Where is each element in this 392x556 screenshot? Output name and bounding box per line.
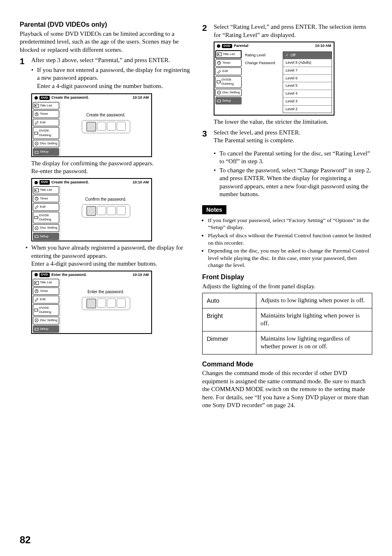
- svg-point-12: [36, 228, 37, 229]
- command-mode-heading: Command Mode: [202, 360, 372, 369]
- notes-badge: Notes: [202, 205, 226, 214]
- change-password-label: Change Password: [244, 59, 281, 67]
- svg-rect-20: [35, 328, 38, 330]
- menu-setup: Setup: [33, 148, 59, 155]
- note-3: Depending on the disc, you may be asked …: [208, 247, 372, 269]
- menu-setup: Setup: [33, 325, 59, 333]
- svg-rect-27: [217, 100, 221, 102]
- note-2: Playback of discs without the Parental C…: [208, 232, 372, 246]
- step-1-bullet-cont: Enter a 4-digit password using the numbe…: [37, 82, 190, 90]
- menu-disc-setting: Disc Setting: [33, 224, 59, 232]
- bullet2-cont: Enter a 4-digit password using the numbe…: [31, 260, 190, 268]
- level-8: Level 8 (Adults): [283, 59, 332, 67]
- bullet-dot: •: [31, 66, 37, 90]
- dvd-badge: DVD: [39, 96, 50, 100]
- timer-icon: [34, 112, 39, 116]
- dimmer-key: Dimmer: [203, 331, 256, 354]
- step-2-number: 2: [202, 23, 214, 39]
- step-3-number: 3: [202, 129, 214, 199]
- menu-edit: Edit: [215, 67, 242, 75]
- rating-level-label: Rating Level: [244, 51, 281, 60]
- bullet2: When you have already registered a passw…: [31, 244, 190, 260]
- level-5: Level 5: [283, 82, 332, 90]
- setup-icon: [34, 150, 39, 154]
- edit-icon: [34, 120, 39, 125]
- screenshot-enter-password: DVD Enter the password. 10:10 AM Title L…: [31, 271, 152, 334]
- level-4: Level 4: [283, 90, 332, 98]
- menu-timer: Timer: [33, 287, 59, 295]
- menu-edit: Edit: [33, 119, 59, 126]
- bullet-dot: •: [214, 167, 219, 199]
- auto-key: Auto: [203, 293, 256, 308]
- front-display-intro: Adjusts the lighting of the front panel …: [202, 283, 372, 291]
- svg-point-8: [35, 190, 37, 191]
- svg-rect-10: [35, 216, 38, 219]
- bullet-dot: •: [25, 244, 31, 268]
- menu-timer: Timer: [215, 59, 242, 67]
- svg-rect-24: [217, 81, 220, 83]
- menu-title-list: Title List: [33, 102, 59, 109]
- screenshot-create-password: DVD Create the password. 10:10 AM Title …: [31, 93, 152, 157]
- record-icon: [217, 44, 220, 48]
- shot-time: 10:10 AM: [133, 273, 149, 278]
- disc-icon: [34, 141, 39, 146]
- bullet-dot: •: [214, 150, 219, 166]
- bright-val: Maintains bright lighting when power is …: [256, 308, 372, 331]
- level-3: Level 3: [283, 98, 332, 106]
- password-boxes: [82, 297, 130, 310]
- level-7: Level 7: [283, 67, 332, 75]
- screenshot-parental-levels: DVD Parental 10:10 AM Title List Timer E…: [214, 42, 334, 116]
- svg-point-15: [35, 282, 37, 283]
- shot1-title: Create the password.: [51, 95, 89, 100]
- svg-rect-13: [35, 236, 38, 238]
- record-icon: [35, 273, 38, 276]
- page-number: 82: [20, 533, 31, 546]
- screenshot-confirm-password: DVD Create the password. 10:10 AM Title …: [31, 178, 152, 241]
- step-3-line1: Select the level, and press ENTER.: [214, 129, 372, 137]
- front-display-heading: Front Display: [202, 273, 372, 282]
- shot2-prompt: Confirm the password.: [63, 197, 149, 202]
- title-list-icon: [34, 104, 39, 108]
- dvd-badge: DVD: [39, 180, 50, 184]
- step-3-line2: The Parental setting is complete.: [214, 137, 372, 145]
- menu-disc-setting: Disc Setting: [215, 89, 242, 96]
- menu-timer: Timer: [33, 110, 59, 118]
- check-icon: ✓: [286, 53, 289, 57]
- dvd-badge: DVD: [39, 273, 50, 277]
- shot3-title: Enter the password.: [51, 273, 87, 278]
- step-2-text: Select “Rating Level,” and press ENTER. …: [214, 23, 372, 39]
- password-boxes: [82, 120, 130, 133]
- auto-val: Adjusts to low lighting when power is of…: [256, 293, 372, 308]
- record-icon: [35, 181, 38, 184]
- parental-intro: Playback of some DVD VIDEOs can be limit…: [20, 30, 190, 54]
- menu-title-list: Title List: [215, 50, 242, 58]
- note-1: If you forget your password, select “Fac…: [208, 217, 372, 231]
- step-1-text: After step 3 above, select “Parental,” a…: [31, 56, 190, 65]
- svg-rect-6: [35, 151, 38, 153]
- bright-key: Bright: [203, 308, 256, 331]
- menu-title-list: Title List: [33, 186, 59, 194]
- menu-setup: Setup: [33, 233, 59, 240]
- menu-title-list: Title List: [33, 279, 59, 286]
- dimmer-val: Maintains low lighting regardless of whe…: [256, 331, 372, 354]
- menu-disc-setting: Disc Setting: [33, 140, 59, 147]
- shot-time: 10:10 AM: [133, 180, 149, 185]
- menu-dv-dubbing: DV/D8 Dubbing: [33, 127, 59, 139]
- level-6: Level 6: [283, 75, 332, 83]
- dvd-badge: DVD: [222, 44, 232, 48]
- after-shot1-b: Re-enter the password.: [31, 167, 190, 176]
- level-off: ✓Off: [283, 52, 332, 60]
- step-3-bullet1: To cancel the Parental setting for the d…: [219, 150, 372, 166]
- shot-time: 10:10 AM: [315, 44, 331, 49]
- dv-icon: [34, 131, 38, 135]
- menu-edit: Edit: [33, 203, 59, 211]
- svg-point-5: [36, 143, 37, 144]
- svg-point-19: [36, 320, 37, 321]
- shot2-title: Create the password.: [51, 180, 89, 185]
- shot-time: 10:10 AM: [133, 95, 149, 100]
- menu-dv-dubbing: DV/D8 Dubbing: [33, 212, 59, 224]
- menu-timer: Timer: [33, 195, 59, 202]
- record-icon: [35, 96, 38, 100]
- menu-disc-setting: Disc Setting: [33, 317, 59, 324]
- shot3-prompt: Enter the password.: [63, 289, 149, 294]
